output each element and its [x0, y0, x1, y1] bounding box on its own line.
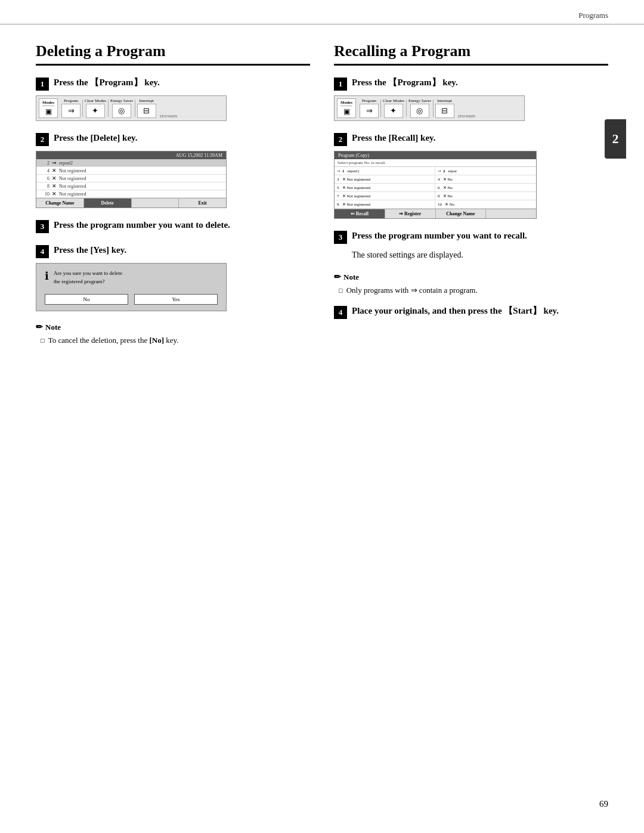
right-step-4-num: 4	[334, 306, 347, 319]
right-step-2-text: Press the [Recall] key.	[352, 132, 436, 144]
left-step-1-num: 1	[36, 78, 49, 91]
right-step-2-num: 2	[334, 133, 347, 146]
left-panel-1: Modes ▣ Program ⇒ Clear Modes ✦ Energy S…	[36, 95, 227, 121]
right-column: Recalling a Program 1 Press the 【Program…	[334, 42, 608, 346]
screen-row: 8 ✕ Not registered	[36, 182, 226, 190]
panel-modes-right: Modes ▣	[337, 98, 356, 118]
note-icon: ✏	[36, 322, 43, 332]
change-name-btn: Change Name	[436, 209, 487, 218]
right-step-3-num: 3	[334, 231, 347, 244]
screen-row: 8 ✕ No	[435, 192, 536, 200]
checkbox-icon: □	[41, 336, 45, 346]
left-title: Deleting a Program	[36, 42, 310, 66]
screen-row: ⇒ 2 repor	[435, 167, 536, 175]
left-column: Deleting a Program 1 Press the 【Program】…	[36, 42, 310, 346]
right-note: ✏ Note □ Only programs with ⇒ contain a …	[334, 272, 608, 296]
left-step-3-num: 3	[36, 220, 49, 233]
screen-footer: Change Name Delete Exit	[36, 198, 226, 208]
screen-row: 3 ✕ Not registered	[335, 175, 435, 184]
screen-row: 6 ✕ No	[435, 184, 536, 192]
screen-row: 6 ✕ Not registered	[36, 175, 226, 182]
left-step-4: 4 Press the [Yes] key. ℹ Are you sure yo…	[36, 244, 310, 311]
screen-row: 2 ⇒ report2	[36, 159, 226, 167]
section-label: Programs	[578, 11, 608, 20]
left-note: ✏ Note □ To cancel the deletion, press t…	[36, 322, 310, 346]
right-step-1: 1 Press the 【Program】 key. Modes ▣ Progr…	[334, 76, 608, 121]
right-step-4-text: Place your originals, and then press the…	[352, 305, 559, 317]
left-step-3: 3 Press the program number you want to d…	[36, 219, 310, 233]
left-step-4-text: Press the [Yes] key.	[54, 244, 126, 256]
left-step-2: 2 Press the [Delete] key. AUG 15,2002 11…	[36, 132, 310, 208]
screen-row: 9 ✕ Not registered	[335, 200, 435, 209]
screen-row: 10 ✕ No	[435, 200, 536, 209]
right-title: Recalling a Program	[334, 42, 608, 66]
right-step-3: 3 Press the program number you want to r…	[334, 230, 608, 261]
delete-dialog: ℹ Are you sure you want to delete the re…	[36, 263, 227, 311]
left-step-2-text: Press the [Delete] key.	[54, 132, 138, 144]
dialog-yes-button[interactable]: Yes	[134, 294, 218, 305]
screen-row: 7 ✕ Not registered	[335, 192, 435, 200]
delete-screen: AUG 15,2002 11:39AM 2 ⇒ report2 4 ✕ Not …	[36, 151, 227, 208]
screen-row: 5 ✕ Not registered	[335, 184, 435, 192]
checkbox-icon-right: □	[339, 286, 343, 296]
panel-modes-left: Modes ▣	[39, 98, 58, 118]
note-icon-right: ✏	[334, 272, 341, 282]
left-step-2-num: 2	[36, 133, 49, 146]
page-header: Programs	[0, 0, 644, 24]
right-step-3-text: Press the program number you want to rec…	[352, 230, 527, 242]
left-step-3-text: Press the program number you want to del…	[54, 219, 230, 231]
right-step-1-num: 1	[334, 78, 347, 91]
recall-screen: Program (Copy) Select program No. to rec…	[334, 151, 537, 219]
register-btn: ⇒ Register	[385, 209, 436, 218]
right-step-1-text: Press the 【Program】 key.	[352, 76, 458, 89]
page-number: 69	[599, 799, 608, 809]
screen-row: ⇒ 1 report1	[335, 167, 435, 175]
left-step-4-num: 4	[36, 245, 49, 258]
left-step-1-text: Press the 【Program】 key.	[54, 76, 160, 89]
dialog-no-button[interactable]: No	[45, 294, 128, 305]
screen-row: 4 ✕ No	[435, 175, 536, 184]
recall-btn: ⇐ Recall	[335, 209, 385, 218]
stored-settings-text: The stored settings are displayed.	[352, 249, 608, 261]
screen-row: 4 ✕ Not registered	[36, 167, 226, 175]
right-panel-1: Modes ▣ Program ⇒ Clear Modes ✦ Energy S…	[334, 95, 525, 121]
tab-2: 2	[605, 119, 626, 159]
right-step-2: 2 Press the [Recall] key. Program (Copy)…	[334, 132, 608, 219]
left-step-1: 1 Press the 【Program】 key. Modes ▣ Progr…	[36, 76, 310, 121]
dialog-info-icon: ℹ	[45, 270, 49, 283]
right-step-4: 4 Place your originals, and then press t…	[334, 305, 608, 319]
screen-row: 10 ✕ Not registered	[36, 190, 226, 198]
